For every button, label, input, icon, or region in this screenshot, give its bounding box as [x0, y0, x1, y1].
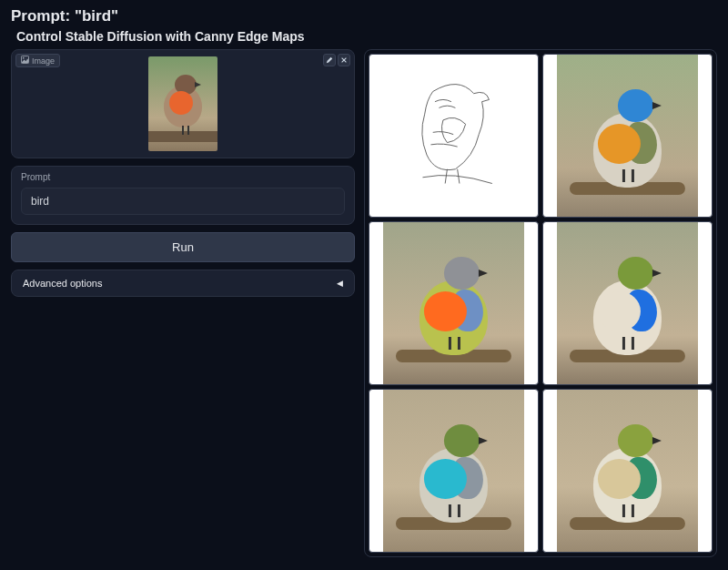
image-input-panel[interactable]: Image — [11, 49, 355, 158]
run-button[interactable]: Run — [11, 232, 355, 262]
page-title: Prompt: "bird" — [11, 7, 717, 25]
bird-shape — [164, 86, 202, 127]
svg-point-1 — [23, 57, 25, 59]
image-toolbar-right — [323, 54, 350, 66]
image-chip-label: Image — [32, 56, 55, 66]
generated-image — [557, 55, 698, 217]
advanced-options-toggle[interactable]: Advanced options ◀ — [11, 270, 355, 297]
generated-image — [557, 222, 698, 384]
left-column: Image Prompt — [11, 49, 355, 557]
close-icon — [340, 56, 348, 64]
output-cell-5[interactable] — [542, 389, 713, 553]
image-chip: Image — [15, 54, 60, 67]
pencil-icon — [326, 56, 333, 64]
prompt-input[interactable] — [21, 188, 345, 215]
page-subtitle: Control Stable Diffusion with Canny Edge… — [16, 29, 717, 44]
input-image-preview[interactable] — [148, 56, 217, 151]
prompt-label: Prompt — [21, 172, 345, 182]
output-cell-2[interactable] — [369, 221, 539, 385]
output-cell-4[interactable] — [369, 389, 539, 553]
generated-image — [557, 390, 698, 552]
edge-map-image — [383, 55, 524, 217]
prompt-panel: Prompt — [11, 166, 355, 225]
advanced-options-label: Advanced options — [23, 278, 102, 289]
prompt-value: "bird" — [75, 7, 118, 25]
image-toolbar-left: Image — [15, 54, 60, 67]
prompt-prefix: Prompt: — [11, 7, 75, 25]
bird-legs — [182, 126, 184, 135]
output-cell-1[interactable] — [542, 54, 713, 218]
main-layout: Image Prompt — [11, 49, 717, 557]
output-gallery — [364, 49, 717, 557]
generated-image — [383, 222, 524, 384]
output-cell-0[interactable] — [369, 54, 539, 218]
image-icon — [21, 56, 29, 66]
output-cell-3[interactable] — [542, 221, 713, 385]
clear-image-button[interactable] — [338, 54, 350, 66]
generated-image — [383, 390, 524, 552]
edit-image-button[interactable] — [323, 54, 336, 66]
triangle-left-icon: ◀ — [337, 279, 343, 288]
